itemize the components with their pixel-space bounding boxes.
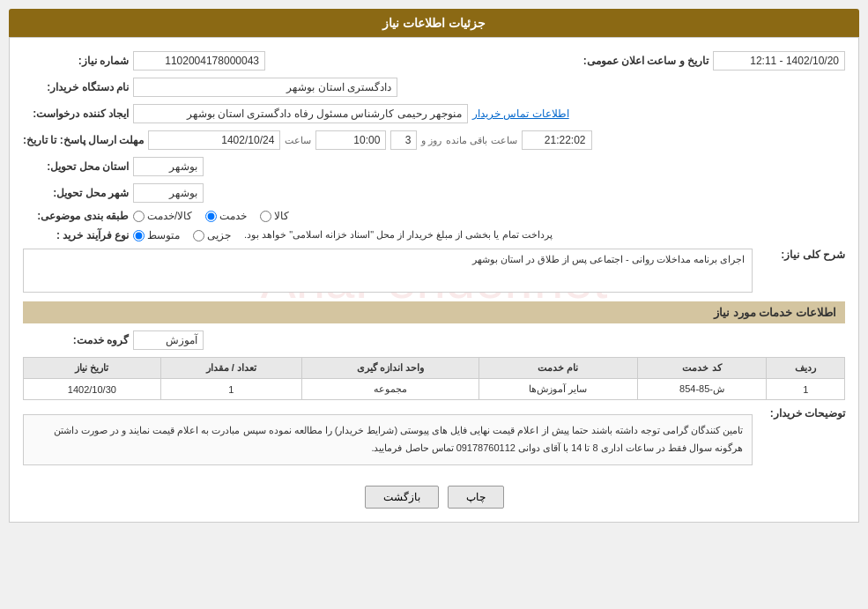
process-jozi[interactable]: جزیی xyxy=(193,229,231,241)
col-name: نام خدمت xyxy=(479,358,637,379)
general-desc-label: شرح کلی نیاز: xyxy=(757,249,845,261)
header-title: جزئیات اطلاعات نیاز xyxy=(382,16,486,30)
category-kala[interactable]: کالا xyxy=(260,210,289,222)
action-buttons: چاپ بازگشت xyxy=(23,486,845,509)
deadline-time-value: 10:00 xyxy=(315,130,386,150)
category-khedmat[interactable]: خدمت xyxy=(205,210,247,222)
service-info-title: اطلاعات خدمات مورد نیاز xyxy=(23,301,845,323)
days-and-label: روز و xyxy=(421,135,441,146)
service-group-label: گروه خدمت: xyxy=(23,334,129,346)
announce-date-label: تاریخ و ساعت اعلان عمومی: xyxy=(583,55,708,67)
cell-qty: 1 xyxy=(160,379,301,400)
process-note: پرداخت تمام یا بخشی از مبلغ خریدار از مح… xyxy=(244,229,553,241)
category-radio-group: کالا/خدمت خدمت کالا xyxy=(133,210,289,222)
need-number-value: 1102004178000043 xyxy=(133,51,265,71)
buyer-name-label: نام دستگاه خریدار: xyxy=(23,81,129,93)
print-button[interactable]: چاپ xyxy=(448,486,504,509)
days-value: 3 xyxy=(390,130,417,150)
province-label: استان محل تحویل: xyxy=(23,160,129,173)
creator-value: منوجهر رحیمی کارشناس مسئول رفاه دادگستری… xyxy=(133,104,468,123)
col-row: ردیف xyxy=(767,358,845,379)
services-table: ردیف کد خدمت نام خدمت واحد اندازه گیری ت… xyxy=(23,357,845,400)
remaining-label: ساعت باقی مانده xyxy=(446,135,516,146)
process-label: نوع فرآیند خرید : xyxy=(23,229,129,241)
city-label: شهر محل تحویل: xyxy=(23,187,129,199)
process-motaset[interactable]: متوسط xyxy=(133,229,180,241)
deadline-time-label: ساعت xyxy=(285,135,311,146)
need-number-label: شماره نیاز: xyxy=(23,55,129,67)
announce-date-value: 1402/10/20 - 12:11 xyxy=(713,51,845,71)
buyer-description: تامین کنندگان گرامی توجه داشته باشند حتم… xyxy=(23,414,753,465)
page-header: جزئیات اطلاعات نیاز xyxy=(9,9,859,37)
province-value: بوشهر xyxy=(133,157,204,176)
process-radio-group: متوسط جزیی xyxy=(133,229,231,241)
category-label: طبقه بندی موضوعی: xyxy=(23,210,129,222)
cell-row: 1 xyxy=(767,379,845,400)
remaining-time: 21:22:02 xyxy=(522,130,592,150)
category-kala-khedmat[interactable]: کالا/خدمت xyxy=(133,210,192,222)
col-date: تاریخ نیاز xyxy=(24,358,161,379)
col-code: کد خدمت xyxy=(637,358,767,379)
service-group-value: آموزش xyxy=(133,330,204,350)
deadline-date: 1402/10/24 xyxy=(148,130,280,150)
creator-link[interactable]: اطلاعات تماس خریدار xyxy=(472,108,569,120)
buyer-desc-label: توضیحات خریدار: xyxy=(757,407,845,420)
cell-unit: مجموعه xyxy=(301,379,479,400)
col-unit: واحد اندازه گیری xyxy=(301,358,479,379)
city-value: بوشهر xyxy=(133,183,204,203)
cell-name: سایر آموزش‌ها xyxy=(479,379,637,400)
col-qty: تعداد / مقدار xyxy=(160,358,301,379)
back-button[interactable]: بازگشت xyxy=(365,486,439,509)
general-desc-value: اجرای برنامه مداخلات روانی - اجتماعی پس … xyxy=(23,249,753,293)
cell-date: 1402/10/30 xyxy=(24,379,161,400)
table-row: 1ش-85-854سایر آموزش‌هامجموعه11402/10/30 xyxy=(24,379,845,400)
deadline-label: مهلت ارسال پاسخ: تا تاریخ: xyxy=(23,134,144,146)
cell-code: ش-85-854 xyxy=(637,379,767,400)
creator-label: ایجاد کننده درخواست: xyxy=(23,108,129,120)
buyer-name-value: دادگستری استان بوشهر xyxy=(133,78,397,97)
